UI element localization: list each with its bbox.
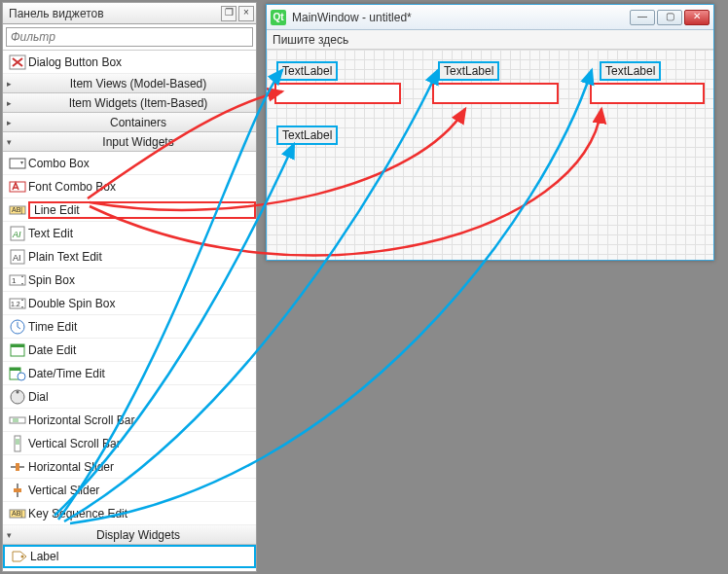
spin-box-icon: 1 <box>7 270 28 290</box>
tree-item-label: Vertical Scroll Bar <box>28 437 256 450</box>
tree-item-datetime-edit[interactable]: Date/Time Edit <box>3 362 256 385</box>
chevron-right-icon: ▸ <box>7 98 20 108</box>
font-combo-box-icon <box>7 177 28 197</box>
svg-point-18 <box>18 373 25 380</box>
textlabel-3[interactable]: TextLabel <box>600 61 661 81</box>
header-label: Item Widgets (Item-Based) <box>20 96 256 110</box>
datetime-edit-icon <box>7 364 28 383</box>
svg-text:AI: AI <box>13 253 21 263</box>
textlabel-4[interactable]: TextLabel <box>276 126 338 145</box>
tree-item-label: Line Edit <box>28 201 256 219</box>
header-input-widgets[interactable]: ▾ Input Widgets <box>3 132 256 152</box>
text-browser-icon: AI <box>7 570 28 572</box>
panel-float-button[interactable]: ❐ <box>221 6 237 21</box>
tree-item-date-edit[interactable]: Date Edit <box>3 339 256 362</box>
h-slider-icon <box>7 457 28 477</box>
tree-item-label: Date/Time Edit <box>28 367 256 380</box>
time-edit-icon <box>7 317 28 337</box>
tree-item-label: Font Combo Box <box>28 180 256 194</box>
svg-text:1: 1 <box>12 276 17 285</box>
dial-icon <box>7 387 28 407</box>
key-sequence-edit-icon: AB| <box>7 504 28 523</box>
svg-rect-17 <box>10 368 20 371</box>
lineedit-2[interactable] <box>432 83 559 104</box>
chevron-right-icon: ▸ <box>7 118 20 127</box>
chevron-down-icon: ▾ <box>7 530 20 540</box>
combo-box-icon <box>7 154 28 173</box>
tree-item-h-scroll-bar[interactable]: Horizontal Scroll Bar <box>3 409 256 432</box>
panel-title: Панель виджетов <box>5 7 219 20</box>
tree-item-label-widget[interactable]: Label <box>3 545 256 568</box>
dialog-button-box-icon <box>7 53 28 72</box>
tree-item-label: Key Sequence Edit <box>28 507 256 520</box>
widget-panel: Панель виджетов ❐ × Dialog Button Box ▸ … <box>2 2 257 572</box>
chevron-down-icon: ▾ <box>7 137 20 147</box>
svg-text:AB|: AB| <box>12 206 22 214</box>
svg-text:AB|: AB| <box>12 510 22 518</box>
tree-item-label: Double Spin Box <box>28 297 256 310</box>
h-scroll-bar-icon <box>7 411 28 430</box>
minimize-button[interactable]: — <box>630 10 655 25</box>
tree-item-v-scroll-bar[interactable]: Vertical Scroll Bar <box>3 432 256 455</box>
tree-item-label: Vertical Slider <box>28 484 256 497</box>
header-label: Display Widgets <box>20 528 256 542</box>
textlabel-2[interactable]: TextLabel <box>438 61 499 81</box>
tree-item-label: Text Edit <box>28 227 256 240</box>
tree-item-label: Horizontal Scroll Bar <box>28 413 256 427</box>
lineedit-1[interactable] <box>274 83 401 104</box>
header-label: Item Views (Model-Based) <box>20 77 256 90</box>
text-edit-icon: AI <box>7 224 28 243</box>
tree-item-spin-box[interactable]: 1 Spin Box <box>3 269 256 292</box>
tree-item-plain-text-edit[interactable]: AI Plain Text Edit <box>3 245 256 269</box>
tree-item-v-slider[interactable]: Vertical Slider <box>3 479 256 502</box>
chevron-right-icon: ▸ <box>7 79 20 89</box>
svg-rect-26 <box>16 463 19 471</box>
tree-item-double-spin-box[interactable]: 1.2 Double Spin Box <box>3 292 256 315</box>
date-edit-icon <box>7 341 28 360</box>
tree-item-dial[interactable]: Dial <box>3 385 256 409</box>
svg-point-31 <box>21 556 24 558</box>
svg-text:AI: AI <box>12 230 21 239</box>
svg-rect-15 <box>11 344 24 347</box>
central-widget[interactable]: TextLabel TextLabel TextLabel TextLabel <box>267 50 713 260</box>
header-item-views[interactable]: ▸ Item Views (Model-Based) <box>3 74 256 93</box>
plain-text-edit-icon: AI <box>7 247 28 267</box>
lineedit-3[interactable] <box>590 83 705 104</box>
svg-rect-1 <box>10 159 25 168</box>
header-containers[interactable]: ▸ Containers <box>3 113 256 132</box>
tree-item-label: Label <box>30 550 254 563</box>
tree-item-text-edit[interactable]: AI Text Edit <box>3 222 256 245</box>
svg-rect-28 <box>14 488 21 492</box>
close-button[interactable]: ✕ <box>684 10 710 25</box>
tree-item-key-sequence-edit[interactable]: AB| Key Sequence Edit <box>3 502 256 525</box>
tree-item-dialog-button-box[interactable]: Dialog Button Box <box>3 51 256 74</box>
menubar-placeholder[interactable]: Пишите здесь <box>267 30 713 50</box>
widget-tree: Dialog Button Box ▸ Item Views (Model-Ba… <box>3 50 256 571</box>
tree-item-label: Time Edit <box>28 320 256 334</box>
svg-text:1.2: 1.2 <box>11 301 20 307</box>
textlabel-1[interactable]: TextLabel <box>276 61 338 81</box>
header-item-widgets[interactable]: ▸ Item Widgets (Item-Based) <box>3 93 256 113</box>
maximize-button[interactable]: ▢ <box>657 10 682 25</box>
filter-input[interactable] <box>6 27 253 47</box>
panel-close-button[interactable]: × <box>238 6 254 21</box>
svg-point-20 <box>17 390 19 393</box>
tree-item-line-edit[interactable]: AB| Line Edit <box>3 198 256 222</box>
v-slider-icon <box>7 481 28 500</box>
header-label: Containers <box>20 116 256 129</box>
header-display-widgets[interactable]: ▾ Display Widgets <box>3 525 256 545</box>
panel-titlebar: Панель виджетов ❐ × <box>3 3 256 24</box>
tree-item-label: Date Edit <box>28 343 256 357</box>
svg-rect-24 <box>16 439 19 445</box>
tree-item-time-edit[interactable]: Time Edit <box>3 315 256 339</box>
line-edit-icon: AB| <box>7 200 28 220</box>
window-titlebar: Qt MainWindow - untitled* — ▢ ✕ <box>267 5 713 30</box>
tree-item-label: Dial <box>28 390 256 404</box>
tree-item-text-browser[interactable]: AI Text Browser <box>3 568 256 571</box>
tree-item-h-slider[interactable]: Horizontal Slider <box>3 455 256 479</box>
tree-item-font-combo-box[interactable]: Font Combo Box <box>3 175 256 198</box>
main-window: Qt MainWindow - untitled* — ▢ ✕ Пишите з… <box>266 4 714 261</box>
tree-item-combo-box[interactable]: Combo Box <box>3 152 256 175</box>
qt-app-icon: Qt <box>271 10 286 25</box>
svg-rect-22 <box>13 418 18 422</box>
